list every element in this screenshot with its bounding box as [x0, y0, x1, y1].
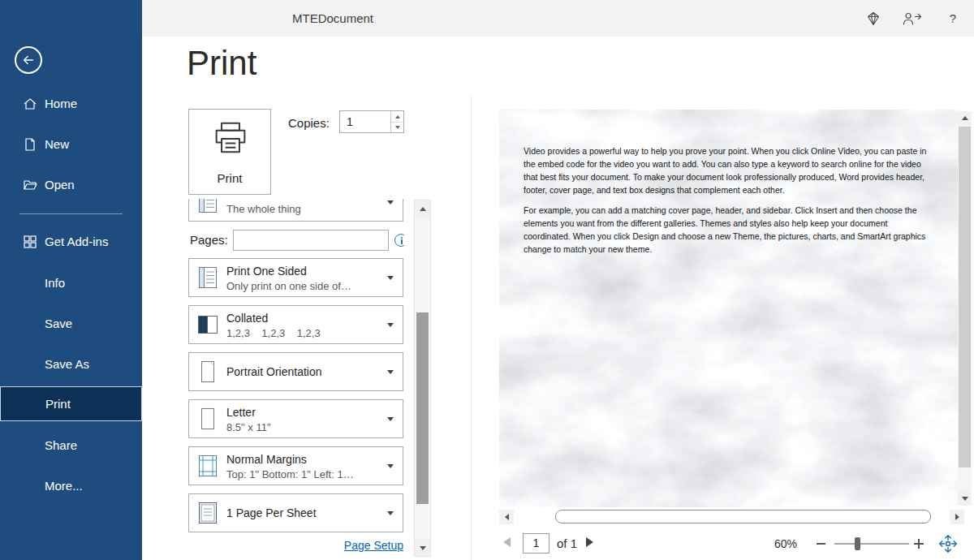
- back-button[interactable]: [15, 46, 42, 74]
- horizontal-scrollbar-thumb[interactable]: [555, 510, 931, 523]
- chevron-down-icon: [387, 323, 394, 327]
- sidebar-item-label: Info: [45, 269, 65, 298]
- dropdown-title: Letter: [226, 406, 256, 419]
- diamond-icon: [865, 11, 881, 26]
- chevron-down-icon: [387, 511, 394, 515]
- sidebar-item-label: Save As: [45, 350, 89, 379]
- zoom-level-label: 60%: [774, 537, 797, 550]
- scroll-up-button[interactable]: [415, 200, 430, 217]
- people-icon: [903, 11, 922, 26]
- sidebar-item-label: Home: [45, 89, 77, 118]
- printer-icon: [213, 121, 248, 158]
- sidebar-item-home[interactable]: Home: [0, 89, 142, 118]
- sidebar-item-label: More...: [45, 472, 83, 501]
- copies-field: [339, 110, 404, 133]
- scrollbar-thumb[interactable]: [416, 312, 429, 504]
- back-arrow-icon: [21, 53, 36, 67]
- info-icon[interactable]: [394, 234, 404, 247]
- chevron-down-icon: [387, 370, 394, 374]
- content-divider: [471, 96, 472, 560]
- scroll-up-button[interactable]: [958, 111, 972, 125]
- spinner-down-icon: [395, 126, 400, 129]
- scroll-down-button[interactable]: [415, 540, 430, 556]
- copies-input[interactable]: [340, 111, 390, 132]
- print-button[interactable]: Print: [188, 109, 271, 195]
- sidebar-item-print[interactable]: Print: [0, 386, 142, 421]
- sidebar: Home New Open Get Add-ins Info Save: [0, 0, 142, 560]
- sidebar-item-info[interactable]: Info: [0, 269, 142, 298]
- sidebar-item-label: Save: [45, 309, 72, 338]
- spinner-down-button[interactable]: [391, 122, 403, 132]
- margins-dropdown[interactable]: Normal Margins Top: 1" Bottom: 1" Left: …: [188, 446, 403, 485]
- sidebar-item-more[interactable]: More...: [0, 472, 142, 501]
- print-settings-list: The whole thing Pages: Print One Sided O…: [188, 199, 404, 534]
- home-icon: [23, 97, 37, 111]
- dropdown-title: Collated: [226, 312, 268, 325]
- zoom-slider-thumb[interactable]: [855, 537, 860, 550]
- premium-diamond-button[interactable]: [861, 0, 886, 37]
- sidebar-item-share[interactable]: Share: [0, 431, 142, 460]
- page-title: Print: [187, 44, 256, 83]
- current-page-input[interactable]: 1: [523, 533, 549, 554]
- document-paragraph: Video provides a powerful way to help yo…: [524, 145, 934, 197]
- page-count-label: of 1: [557, 536, 577, 550]
- sidebar-divider: [19, 213, 123, 214]
- collation-dropdown[interactable]: Collated 1,2,3 1,2,3 1,2,3: [188, 305, 403, 344]
- duplex-dropdown[interactable]: Print One Sided Only print on one side o…: [188, 258, 403, 297]
- pages-input[interactable]: [233, 230, 389, 251]
- settings-scrollbar[interactable]: [414, 200, 431, 557]
- chevron-down-icon: [387, 417, 394, 421]
- scroll-left-button[interactable]: [499, 510, 514, 524]
- help-icon: ?: [950, 11, 956, 25]
- sidebar-item-open[interactable]: Open: [0, 170, 142, 200]
- arrow-right-icon: [955, 514, 959, 520]
- dropdown-title: 1 Page Per Sheet: [226, 494, 317, 532]
- zoom-slider-track[interactable]: [834, 543, 909, 545]
- sidebar-item-save[interactable]: Save: [0, 309, 142, 338]
- dropdown-title: Print One Sided: [226, 265, 307, 278]
- arrow-down-icon: [962, 497, 968, 501]
- orientation-dropdown[interactable]: Portrait Orientation: [188, 352, 403, 391]
- preview-vertical-scrollbar[interactable]: [958, 111, 972, 506]
- copies-spinner: [390, 111, 403, 132]
- sidebar-item-label: Get Add-ins: [45, 227, 108, 256]
- dropdown-subtitle: 8.5" x 11": [226, 421, 271, 433]
- sidebar-item-new[interactable]: New: [0, 130, 142, 159]
- scrollbar-thumb[interactable]: [959, 127, 971, 467]
- spinner-up-button[interactable]: [391, 111, 403, 122]
- copies-label: Copies:: [288, 116, 330, 130]
- dropdown-subtitle: Top: 1" Bottom: 1" Left: 1…: [226, 468, 354, 480]
- chevron-down-icon: [387, 276, 394, 280]
- scroll-right-button[interactable]: [950, 510, 964, 524]
- next-page-button[interactable]: [586, 537, 593, 547]
- sidebar-item-save-as[interactable]: Save As: [0, 350, 142, 379]
- help-button[interactable]: ?: [941, 0, 965, 37]
- scroll-down-button[interactable]: [958, 492, 972, 506]
- zoom-out-button[interactable]: [817, 543, 825, 545]
- dropdown-subtitle: Only print on one side of…: [226, 280, 351, 292]
- share-people-button[interactable]: [899, 0, 926, 37]
- pages-per-sheet-icon: [196, 501, 219, 525]
- add-ins-grid-icon: [23, 235, 37, 249]
- chevron-down-icon: [387, 464, 394, 468]
- sidebar-item-get-addins[interactable]: Get Add-ins: [0, 227, 142, 256]
- titlebar: MTEDocument ?: [142, 0, 974, 37]
- document-body-text: Video provides a powerful way to help yo…: [524, 145, 934, 256]
- print-range-dropdown[interactable]: The whole thing: [188, 199, 403, 222]
- paper-size-icon: [196, 407, 219, 431]
- pages-per-sheet-dropdown[interactable]: 1 Page Per Sheet: [188, 493, 403, 532]
- chevron-down-icon: [387, 200, 394, 205]
- pages-row: Pages:: [188, 230, 403, 251]
- word-print-backstage: Home New Open Get Add-ins Info Save: [0, 0, 974, 560]
- zoom-to-page-button[interactable]: [938, 534, 958, 554]
- sidebar-item-label: Open: [45, 170, 75, 200]
- print-range-value: The whole thing: [226, 203, 301, 215]
- print-preview-page: Video provides a powerful way to help yo…: [499, 110, 958, 507]
- page-setup-link[interactable]: Page Setup: [188, 539, 403, 552]
- print-all-pages-icon: [196, 199, 219, 214]
- previous-page-button[interactable]: [503, 537, 511, 547]
- paper-size-dropdown[interactable]: Letter 8.5" x 11": [188, 399, 403, 438]
- dropdown-subtitle: 1,2,3 1,2,3 1,2,3: [226, 327, 321, 339]
- new-document-icon: [23, 137, 37, 152]
- zoom-in-button[interactable]: [914, 539, 924, 549]
